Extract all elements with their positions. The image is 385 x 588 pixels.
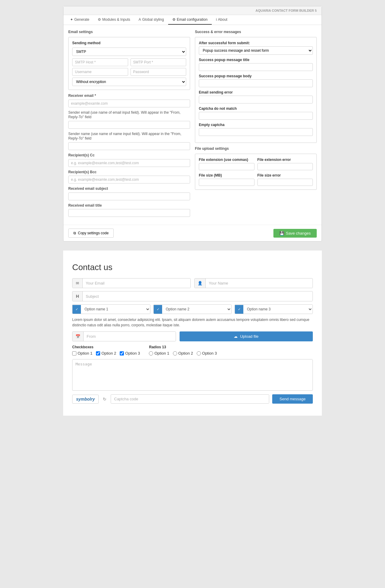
email-subject-group: Received email subject New message from … <box>68 186 190 200</box>
recipients-cc-input[interactable] <box>68 159 190 167</box>
select3-wrap: ✓ Option name 3 <box>235 304 313 314</box>
extension-error-input[interactable]: Error: invalid file extensic <box>257 163 313 170</box>
selects-row: ✓ Option name 1 ✓ Option name 2 ✓ Option… <box>72 304 313 314</box>
email-input[interactable] <box>83 279 190 288</box>
checkbox-option-3[interactable]: Option 3 <box>120 351 140 356</box>
success-title-input[interactable]: Email has been sent successfully <box>199 63 313 71</box>
sender-name-input[interactable]: Name <box>68 142 190 150</box>
radio-2[interactable] <box>173 351 177 356</box>
upload-icon: ☁ <box>234 334 238 339</box>
captcha-mismatch-input[interactable]: Error: captcha code is invalid <box>199 112 313 120</box>
success-body-input[interactable]: Thank you! your message has been receive… <box>199 79 313 87</box>
tab-modules[interactable]: ⚙ Modules & Inputs <box>94 15 134 25</box>
captcha-refresh-icon[interactable]: ↻ <box>102 396 108 403</box>
file-upload-box: File extension (use commas) all File ext… <box>195 154 317 190</box>
checkboxes-title: Checkboxes <box>72 345 140 349</box>
receiver-email-group: Receiver email * <box>68 94 190 107</box>
receiver-email-input[interactable] <box>68 100 190 107</box>
copy-settings-button[interactable]: ⧉ Copy settings code <box>68 229 114 238</box>
select1-wrap: ✓ Option name 1 <box>72 304 150 314</box>
checkboxes-group: Checkboxes Option 1 Option 2 Option 3 <box>72 345 140 356</box>
recipients-cc-group: Recipient(s) Cc <box>68 153 190 167</box>
calendar-icon: 📅 <box>72 332 84 341</box>
email-input-wrap: ✉ <box>72 278 191 288</box>
after-submit-field: After successful form submit: Popup succ… <box>199 41 313 55</box>
sending-method-title: Sending method <box>72 41 186 45</box>
recipients-bcc-group: Recipient(s) Bcc <box>68 170 190 184</box>
size-input[interactable]: 1 <box>199 179 254 186</box>
email-error-label: Email sending error <box>199 90 313 94</box>
subject-input[interactable] <box>83 292 313 301</box>
radio-option-3[interactable]: Option 3 <box>197 351 217 356</box>
size-label: File size (MB) <box>199 173 254 177</box>
extension-error-column: File extension error Error: invalid file… <box>257 158 313 170</box>
date-input[interactable] <box>84 332 176 341</box>
email-title-input[interactable]: This is submitted data <box>68 209 190 217</box>
recipients-bcc-input[interactable] <box>68 176 190 183</box>
tab-email-config[interactable]: ⚙ Email configuration <box>168 15 212 25</box>
radio-option-1[interactable]: Option 1 <box>149 351 169 356</box>
generate-icon: ✦ <box>70 17 73 22</box>
size-error-label: File size error <box>257 173 313 177</box>
save-changes-button[interactable]: 💾 Save changes <box>273 229 317 238</box>
success-body-field: Success popup message body Thank you! yo… <box>199 74 313 87</box>
extension-column: File extension (use commas) all <box>199 158 254 170</box>
select1[interactable]: Option name 1 <box>81 305 150 314</box>
radio-option-2[interactable]: Option 2 <box>173 351 193 356</box>
message-textarea[interactable] <box>72 359 313 389</box>
smtp-username-input[interactable] <box>72 68 128 76</box>
size-error-input[interactable]: Error: File too large <box>257 179 313 186</box>
after-submit-label: After successful form submit: <box>199 41 313 45</box>
select3[interactable]: Option name 3 <box>243 305 313 314</box>
radio-1[interactable] <box>149 351 153 356</box>
panel-footer: ⧉ Copy settings code 💾 Save changes <box>63 225 322 241</box>
after-submit-select[interactable]: Popup success message and resset form <box>199 46 313 55</box>
subject-input-wrap: H <box>72 291 313 301</box>
recipients-bcc-label: Recipient(s) Bcc <box>68 170 190 175</box>
name-input[interactable] <box>206 279 313 288</box>
message-textarea-wrap <box>72 359 313 391</box>
size-error-column: File size error Error: File too large <box>257 173 313 186</box>
encryption-select[interactable]: Without encryption <box>72 78 186 86</box>
smtp-credentials-row <box>72 68 186 76</box>
email-subject-label: Received email subject <box>68 186 190 191</box>
upload-button[interactable]: ☁ Upload file <box>180 331 313 341</box>
modules-icon: ⚙ <box>98 17 101 22</box>
person-icon: 👤 <box>195 279 206 288</box>
sender-name-group: Sender name (use name of name input fiel… <box>68 132 190 150</box>
checkbox-option-2[interactable]: Option 2 <box>96 351 116 356</box>
app-title: AQUARIA CONTACT FORM BUILDER 5 <box>256 9 317 12</box>
checkbox-2[interactable] <box>96 351 100 356</box>
tab-bar: ✦ Generate ⚙ Modules & Inputs A Global s… <box>63 15 322 25</box>
about-icon: i <box>216 17 217 22</box>
top-bar: AQUARIA CONTACT FORM BUILDER 5 <box>63 6 322 15</box>
send-button[interactable]: Send message <box>272 394 313 404</box>
select2[interactable]: Option name 2 <box>162 305 231 314</box>
success-title-field: Success popup message title Email has be… <box>199 58 313 71</box>
panel-body: Email settings Sending method SMTP <box>63 25 322 225</box>
email-subject-input[interactable]: New message from site <box>68 192 190 200</box>
save-icon: 💾 <box>279 231 284 236</box>
sender-email-input[interactable]: Email <box>68 121 190 129</box>
success-error-title: Success & error messages <box>195 30 317 34</box>
smtp-password-input[interactable] <box>131 68 186 76</box>
sender-email-group: Sender email (use name of email input fi… <box>68 110 190 129</box>
email-error-input[interactable]: Error: email hasn't sent <box>199 96 313 103</box>
checkbox-option-1[interactable]: Option 1 <box>72 351 92 356</box>
smtp-port-input[interactable] <box>131 58 186 66</box>
sender-email-label: Sender email (use name of email input fi… <box>68 110 190 120</box>
empty-captcha-input[interactable]: Error: captcha code is empty <box>199 128 313 136</box>
checkbox-1[interactable] <box>72 351 76 356</box>
checkbox-3[interactable] <box>120 351 124 356</box>
captcha-input[interactable] <box>111 395 269 403</box>
email-title-label: Received email title <box>68 203 190 208</box>
success-error-box: After successful form submit: Popup succ… <box>195 37 317 143</box>
extension-input[interactable]: all <box>199 163 254 170</box>
tab-about[interactable]: i About <box>212 15 232 25</box>
smtp-host-input[interactable] <box>72 58 128 66</box>
sending-method-select[interactable]: SMTP <box>72 48 186 56</box>
radio-3[interactable] <box>197 351 201 356</box>
tab-global-styling[interactable]: A Global styling <box>134 15 168 25</box>
name-input-wrap: 👤 <box>194 278 313 288</box>
tab-generate[interactable]: ✦ Generate <box>66 15 94 25</box>
